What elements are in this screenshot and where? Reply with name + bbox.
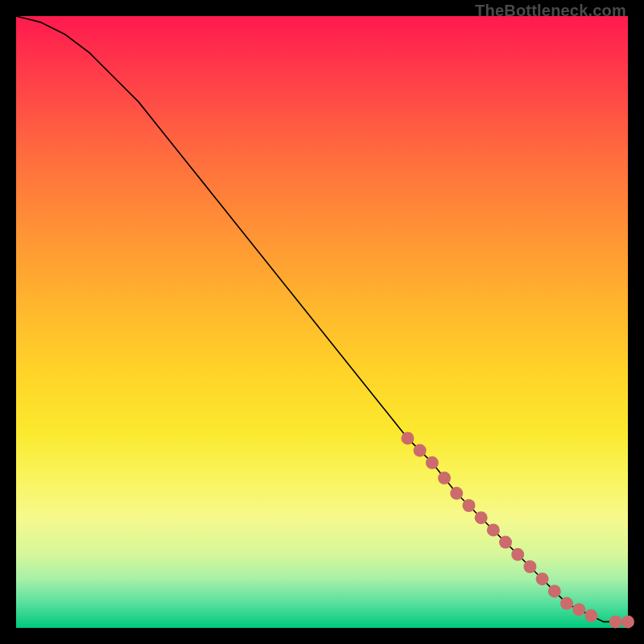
data-marker	[548, 584, 561, 597]
data-marker	[560, 597, 573, 610]
data-marker	[511, 548, 524, 561]
watermark-text: TheBottleneck.com	[475, 2, 626, 20]
data-marker	[572, 603, 585, 616]
data-marker	[450, 487, 463, 500]
data-marker	[401, 431, 414, 444]
data-marker	[438, 472, 451, 485]
data-marker	[462, 499, 475, 512]
data-marker	[475, 511, 488, 524]
data-marker	[426, 456, 439, 469]
plot-area	[16, 16, 628, 628]
bottleneck-curve	[16, 16, 628, 621]
data-marker	[523, 560, 536, 573]
chart-frame: TheBottleneck.com	[0, 0, 644, 644]
data-markers	[401, 431, 634, 628]
data-marker	[414, 444, 427, 457]
data-marker	[499, 536, 512, 549]
data-marker	[487, 523, 500, 536]
data-marker	[621, 615, 634, 628]
curve-svg	[16, 16, 628, 628]
data-marker	[584, 609, 597, 622]
data-marker	[609, 615, 622, 628]
data-marker	[536, 572, 549, 585]
